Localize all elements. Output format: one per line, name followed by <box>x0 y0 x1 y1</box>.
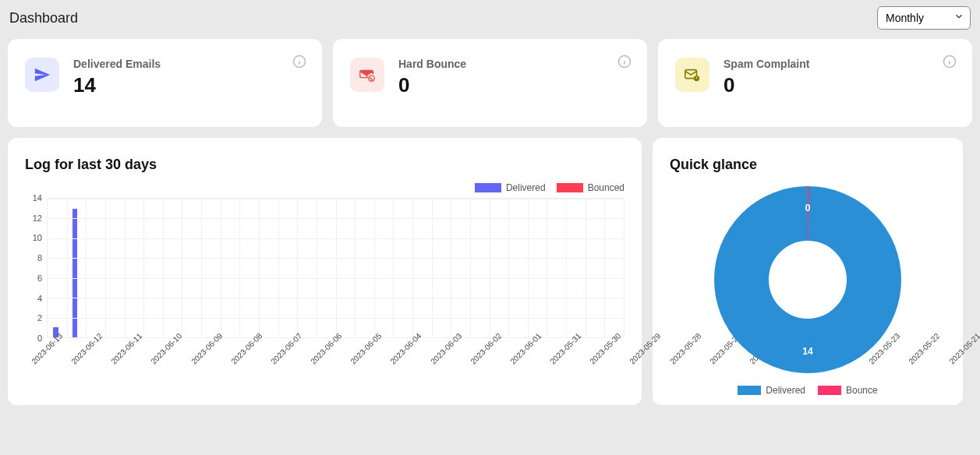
bar-slot <box>297 199 317 337</box>
gridline-v <box>470 199 471 337</box>
legend-bounced-label: Bounced <box>588 182 624 193</box>
gridline-v <box>355 199 356 337</box>
gridline-v <box>528 199 529 337</box>
swatch-delivered <box>475 183 501 192</box>
card-label: Spam Complaint <box>724 58 809 70</box>
period-select-wrap: Monthly <box>877 6 971 30</box>
gridline-v <box>86 199 87 337</box>
legend-delivered-label: Delivered <box>506 182 546 193</box>
bar-slot <box>259 199 278 337</box>
gridline-v <box>125 199 126 337</box>
plane-icon <box>25 58 59 92</box>
bar-chart-legend: Delivered Bounced <box>475 182 624 193</box>
donut-bounce-value: 0 <box>805 203 811 213</box>
stat-card: Delivered Emails 14 <box>8 39 322 127</box>
card-value: 0 <box>724 73 809 97</box>
gridline-v <box>412 199 413 337</box>
gridline-v <box>336 199 337 337</box>
bar-slot <box>470 199 490 337</box>
y-tick: 12 <box>33 213 42 223</box>
stat-card: Spam Complaint 0 <box>658 39 972 127</box>
bar-slot <box>278 199 298 337</box>
bar-slot <box>86 199 105 337</box>
donut-chart: 0 14 <box>710 182 905 377</box>
bar-slot <box>67 199 87 337</box>
gridline-v <box>297 199 298 337</box>
gridline-v <box>374 199 375 337</box>
stat-card: Hard Bounce 0 <box>333 39 647 127</box>
gridline-v <box>393 199 394 337</box>
gridline-v <box>278 199 279 337</box>
info-icon[interactable] <box>943 55 957 69</box>
bar-slot <box>105 199 125 337</box>
card-label: Delivered Emails <box>73 58 161 70</box>
bar-slot <box>451 199 470 337</box>
bar-slot <box>48 199 67 337</box>
bar-slot <box>412 199 432 337</box>
bar-slot <box>586 199 605 337</box>
bar-slot <box>201 199 221 337</box>
donut-delivered-value: 14 <box>802 346 812 357</box>
gridline-v <box>566 199 567 337</box>
gridline-v <box>259 199 260 337</box>
bar-slot <box>317 199 336 337</box>
gridline-v <box>201 199 202 337</box>
gridline-v <box>604 199 605 337</box>
log-panel-title: Log for last 30 days <box>25 157 624 173</box>
bar-slot <box>547 199 567 337</box>
bar-slot <box>490 199 509 337</box>
bar-slot <box>182 199 201 337</box>
bar-slot <box>355 199 374 337</box>
mail-block-icon <box>350 58 384 92</box>
bar-slot <box>374 199 394 337</box>
gridline-v <box>221 199 221 337</box>
gridline-v <box>182 199 182 337</box>
gridline-v <box>432 199 433 337</box>
card-value: 0 <box>398 73 466 97</box>
card-value: 14 <box>73 73 161 97</box>
y-tick: 0 <box>37 333 42 343</box>
gridline-v <box>143 199 144 337</box>
bar-slot <box>336 199 356 337</box>
bar-slot <box>163 199 182 337</box>
legend-delivered: Delivered <box>475 182 546 193</box>
bar-slot <box>239 199 259 337</box>
gridline-v <box>163 199 164 337</box>
bar-slot <box>125 199 144 337</box>
bar-slot <box>508 199 528 337</box>
swatch-bounced <box>557 183 583 192</box>
gridline-v <box>490 199 490 337</box>
glance-panel-title: Quick glance <box>670 157 946 173</box>
y-tick: 6 <box>37 273 42 283</box>
info-icon[interactable] <box>292 55 306 69</box>
gridline-v <box>508 199 509 337</box>
gridline-v <box>586 199 586 337</box>
bar-slot <box>528 199 547 337</box>
bar-slot <box>221 199 240 337</box>
bar-slot <box>605 199 624 337</box>
y-tick: 4 <box>37 294 42 303</box>
period-select[interactable]: Monthly <box>877 6 971 30</box>
card-label: Hard Bounce <box>398 58 466 70</box>
y-tick: 8 <box>37 253 42 263</box>
bar-slot <box>394 199 413 337</box>
log-panel: Log for last 30 days Delivered Bounced 0… <box>8 138 642 405</box>
gridline-v <box>105 199 106 337</box>
page-title: Dashboard <box>9 10 78 26</box>
gridline-v <box>451 199 451 337</box>
gridline-v <box>624 199 624 337</box>
bar-slot <box>432 199 451 337</box>
gridline-v <box>67 199 68 337</box>
y-tick: 2 <box>37 313 42 323</box>
bar-slot <box>566 199 586 337</box>
gridline-v <box>239 199 240 337</box>
bar-chart: Delivered Bounced 02468101214 2023-06-13… <box>25 182 624 393</box>
y-tick: 14 <box>33 193 42 203</box>
gridline-v <box>547 199 547 337</box>
gridline-v <box>317 199 317 337</box>
y-tick: 10 <box>33 233 42 242</box>
info-icon[interactable] <box>617 55 632 69</box>
mail-alert-icon <box>675 58 709 92</box>
bar-slot <box>143 199 163 337</box>
legend-bounced: Bounced <box>557 182 624 193</box>
